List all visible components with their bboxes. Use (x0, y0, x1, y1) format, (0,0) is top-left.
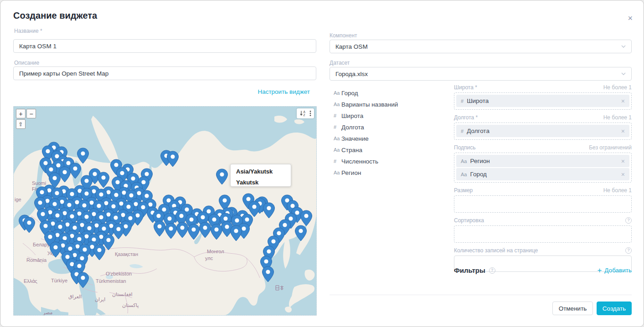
map-preview[interactable]: SuomiFinlanigeБеларусУкраRomâniaΕλλάςTür… (13, 106, 317, 316)
dataset-field-item[interactable]: AaВарианты названий (334, 101, 448, 107)
field-name: Значение (341, 135, 369, 142)
dataset-field-item[interactable]: AaГород (334, 90, 448, 96)
chip-field-name: Широта (467, 97, 489, 104)
map-place-label: ige (15, 197, 21, 202)
map-marker-tooltip: Asia/Yakutsk Yakutsk (230, 164, 291, 187)
dataset-field-item[interactable]: #Долгота (334, 124, 448, 130)
mapping-slot: ПодписьБез ограниченийAaРегион×AaГород× (454, 144, 632, 183)
description-label: Описание (14, 60, 39, 66)
dataset-field-item[interactable]: #Широта (334, 112, 448, 119)
dataset-field-item[interactable]: #Численность (334, 158, 448, 164)
slot-header: РазмерНе более 1 (454, 187, 632, 194)
slot-dropzone[interactable]: #Широта× (454, 92, 632, 110)
create-widget-dialog: Создание виджета × Название * Описание Н… (0, 0, 644, 327)
help-icon[interactable]: ? (625, 247, 632, 254)
assigned-field-chip[interactable]: AaГород× (456, 168, 629, 180)
chevron-down-icon (621, 72, 626, 75)
configure-widget-link[interactable]: Настроить виджет (258, 88, 310, 95)
add-filter-label: Добавить (604, 267, 632, 274)
assigned-field-chip[interactable]: #Широта× (456, 95, 629, 107)
slot-header: Долгота *Не более 1 (454, 114, 632, 121)
map-place-label: România (26, 257, 47, 263)
map-zoom-out-button[interactable]: − (26, 109, 36, 118)
dataset-field-item[interactable]: AaСтрана (334, 147, 448, 153)
cancel-button[interactable]: Отменить (552, 301, 593, 315)
dataset-label: Датасет (330, 60, 350, 66)
dataset-select[interactable]: Города.xlsx (330, 67, 632, 81)
dataset-fields-list: AaГородAaВарианты названий#Широта#Долгот… (334, 90, 448, 181)
sort-icon[interactable]: A Z (299, 110, 306, 117)
assigned-field-chip[interactable]: #Долгота× (456, 125, 629, 137)
slot-limit-hint: Без ограничений (589, 144, 632, 151)
field-name: Численность (341, 158, 378, 165)
field-name: Город (341, 90, 358, 97)
dialog-title: Создание виджета (13, 10, 97, 21)
field-type-icon: Aa (334, 147, 341, 153)
component-label: Компонент (330, 32, 357, 39)
remove-chip-icon[interactable]: × (621, 98, 625, 104)
slot-dropzone[interactable] (454, 225, 632, 243)
close-icon[interactable]: × (628, 14, 633, 22)
slot-header: Сортировка? (454, 217, 632, 224)
remove-chip-icon[interactable]: × (621, 158, 625, 164)
field-type-icon: # (334, 158, 341, 164)
map-place-label: Ελλάς (24, 278, 37, 284)
footer-divider (330, 295, 632, 295)
description-input[interactable] (13, 66, 316, 80)
field-name: Варианты названий (341, 101, 398, 108)
map-options-toolbar: A Z (297, 108, 314, 118)
create-button[interactable]: Создать (597, 301, 632, 315)
slot-label: Сортировка (454, 217, 484, 224)
map-zoom-in-button[interactable]: + (16, 109, 26, 118)
map-place-label: Қазақстан (115, 251, 138, 257)
mapping-slot: Долгота *Не более 1#Долгота× (454, 114, 632, 140)
help-icon[interactable]: ? (625, 217, 632, 224)
slot-header: Количество записей на странице? (454, 247, 632, 254)
chip-field-name: Регион (470, 158, 489, 164)
name-input[interactable] (13, 39, 316, 53)
svg-text:Z: Z (304, 113, 305, 117)
map-place-label: Türkiye (51, 278, 67, 283)
field-type-icon: # (334, 113, 341, 118)
kebab-menu-icon[interactable] (309, 110, 311, 117)
svg-text:A: A (304, 110, 306, 113)
slot-limit-hint: Не более 1 (603, 114, 632, 121)
field-name: Страна (341, 147, 362, 153)
map-place-label: Türkmenistan (96, 278, 126, 284)
map-place-label: улс (205, 255, 213, 261)
map-place-label: Монгол (207, 249, 224, 254)
slot-label: Подпись (454, 144, 476, 151)
field-type-icon: # (461, 128, 464, 134)
mapping-slot: РазмерНе более 1 (454, 187, 632, 213)
slot-limit-hint: Не более 1 (603, 84, 632, 91)
remove-chip-icon[interactable]: × (621, 128, 625, 134)
field-type-icon: Aa (334, 170, 341, 175)
map-place-label: پاکستان (122, 302, 139, 308)
tooltip-city: Yakutsk (236, 179, 285, 187)
slot-dropzone[interactable]: #Долгота× (454, 123, 632, 140)
name-label: Название * (14, 28, 42, 34)
field-type-icon: Aa (334, 102, 341, 107)
filters-section: Фильтры ? + Добавить (454, 266, 632, 274)
field-type-icon: Aa (334, 90, 341, 96)
add-filter-button[interactable]: + Добавить (597, 266, 632, 274)
field-name: Широта (341, 112, 363, 119)
slot-label: Широта * (454, 84, 477, 91)
tooltip-timezone: Asia/Yakutsk (236, 168, 285, 176)
remove-chip-icon[interactable]: × (621, 171, 625, 178)
assigned-field-chip[interactable]: AaРегион× (456, 155, 629, 167)
dataset-field-item[interactable]: AaЗначение (334, 135, 448, 142)
help-icon[interactable]: ? (489, 267, 495, 274)
slot-dropzone[interactable]: AaРегион×AaГород× (454, 153, 632, 183)
map-home-button[interactable]: ⇧ (16, 119, 26, 129)
dataset-field-item[interactable]: AaРегион (334, 169, 448, 176)
dataset-value: Города.xlsx (335, 71, 368, 77)
map-place-label: Suomi (32, 180, 46, 186)
field-type-icon: # (334, 124, 341, 130)
component-select[interactable]: Карта OSM (330, 40, 632, 53)
slot-label: Размер (454, 187, 473, 194)
slot-dropzone[interactable] (454, 195, 632, 213)
mapping-slots: Широта *Не более 1#Широта×Долгота *Не бо… (454, 84, 632, 276)
slot-label: Долгота * (454, 114, 478, 121)
slot-header: ПодписьБез ограничений (454, 144, 632, 151)
